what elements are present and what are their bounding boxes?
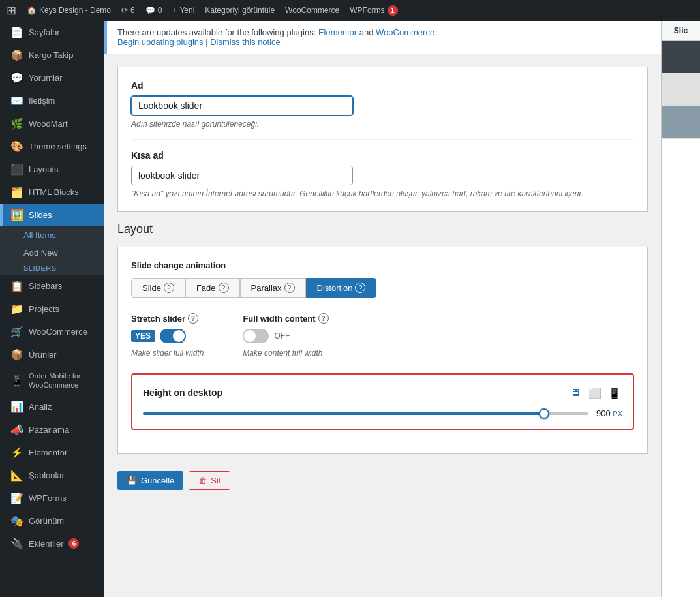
fullwidth-toggle-switch[interactable] (243, 329, 269, 343)
slider-unit: PX (613, 410, 622, 418)
sidebar-item-pazarlama[interactable]: 📣 Pazarlama (0, 418, 104, 441)
tablet-icon[interactable]: ⬜ (587, 385, 603, 401)
sidebar-item-yorumlar[interactable]: 💬 Yorumlar (0, 67, 104, 89)
slug-input[interactable] (131, 166, 353, 185)
slide-thumb-2[interactable] (662, 74, 700, 106)
submenu-add-new[interactable]: Add New (0, 244, 104, 262)
sidebar-item-woocommerce[interactable]: 🛒 WooCommerce (0, 320, 104, 343)
admin-bar-wpforms[interactable]: WPForms 1 (350, 5, 397, 16)
admin-bar-comments[interactable]: 💬 0 (145, 6, 162, 15)
parallax-help-icon[interactable]: ? (284, 283, 295, 293)
stretch-toggle-wrapper: YES (131, 329, 204, 343)
sidebar-item-order-mobile[interactable]: 📱 Order Mobile for WooCommerce (0, 366, 104, 395)
device-icons: 🖥 ⬜ 📱 (568, 385, 622, 401)
update-notice: There are updates available for the foll… (104, 21, 661, 54)
anim-btn-distortion[interactable]: Distortion ? (306, 278, 377, 298)
right-panel: Slic (661, 21, 700, 597)
stretch-help-icon[interactable]: ? (188, 313, 198, 324)
height-section: Height on desktop 🖥 ⬜ 📱 9 (131, 373, 634, 430)
slider-value: 900 PX (596, 408, 622, 418)
layout-card: Slide change animation Slide ? Fade ? Pa… (117, 247, 648, 454)
sidebar-item-iletisim[interactable]: ✉️ İletişim (0, 89, 104, 112)
admin-bar-updates[interactable]: ⟳ 6 (121, 6, 135, 15)
sidebar-item-gorunum[interactable]: 🎭 Görünüm (0, 510, 104, 532)
gorunum-icon: 🎭 (10, 515, 23, 527)
full-width-toggle-wrapper: OFF (243, 329, 328, 343)
height-header: Height on desktop 🖥 ⬜ 📱 (143, 385, 622, 401)
height-label: Height on desktop (143, 388, 222, 398)
sidebar-item-urunler[interactable]: 📦 Ürünler (0, 343, 104, 366)
sablonlar-icon: 📐 (10, 469, 23, 482)
right-panel-title: Slic (662, 21, 700, 41)
slider-thumb[interactable] (539, 408, 549, 419)
anim-btn-parallax[interactable]: Parallax ? (240, 278, 306, 298)
sidebar-item-html-blocks[interactable]: 🗂️ HTML Blocks (0, 181, 104, 204)
sidebar-item-elementor[interactable]: ⚡ Elementor (0, 441, 104, 464)
stretch-toggle-switch[interactable] (160, 329, 186, 343)
admin-bar: ⊞ 🏠 Keys Design - Demo ⟳ 6 💬 0 + Yeni Ka… (0, 0, 700, 21)
sidebar-item-slides[interactable]: 🖼️ Slides (0, 204, 104, 226)
sidebar-item-projects[interactable]: 📁 Projects (0, 298, 104, 320)
slug-hint: "Kısa ad" yazı adının İnternet adresi sü… (131, 189, 634, 198)
fullwidth-help-icon[interactable]: ? (318, 313, 329, 324)
plus-icon: + (172, 6, 177, 15)
admin-bar-site[interactable]: 🏠 Keys Design - Demo (27, 6, 111, 15)
full-width-label: Full width content ? (243, 313, 328, 324)
stretch-hint: Make slider full width (131, 348, 204, 358)
sayfalar-icon: 📄 (10, 26, 23, 38)
updates-icon: ⟳ (121, 6, 128, 15)
slide-help-icon[interactable]: ? (164, 283, 174, 293)
fullwidth-hint: Make content full width (243, 348, 328, 358)
sidebar-item-kargo[interactable]: 📦 Kargo Takip (0, 44, 104, 67)
sidebar-item-analiz[interactable]: 📊 Analiz (0, 395, 104, 418)
eklentiler-icon: 🔌 (10, 538, 23, 550)
sidebar-item-woodmart[interactable]: 🌿 WoodMart (0, 112, 104, 135)
layout-section-title: Layout (117, 222, 648, 236)
mobile-icon[interactable]: 📱 (607, 385, 622, 401)
sidebar-item-eklentiler[interactable]: 🔌 Eklentiler 6 (0, 532, 104, 555)
home-icon: 🏠 (27, 6, 37, 15)
sidebars-icon: 📋 (10, 280, 23, 292)
stretch-slider-label: Stretch slider ? (131, 313, 204, 324)
theme-settings-icon: 🎨 (10, 140, 23, 153)
main-layout: 📄 Sayfalar 📦 Kargo Takip 💬 Yorumlar ✉️ İ… (0, 21, 700, 597)
dismiss-notice-link[interactable]: Dismiss this notice (210, 37, 281, 47)
anim-btn-fade[interactable]: Fade ? (185, 278, 240, 298)
admin-bar-woocommerce[interactable]: WooCommerce (285, 6, 339, 15)
comments-icon: 💬 (145, 6, 155, 15)
wp-logo-icon[interactable]: ⊞ (7, 3, 16, 18)
fade-help-icon[interactable]: ? (219, 283, 229, 293)
yorumlar-icon: 💬 (10, 72, 23, 84)
trash-icon: 🗑 (198, 476, 207, 485)
distortion-help-icon[interactable]: ? (355, 283, 365, 293)
begin-updating-link[interactable]: Begin updating plugins (117, 37, 204, 47)
toggle-row: Stretch slider ? YES Make slider full wi… (131, 313, 634, 358)
name-card: Ad Adın sitenizde nasıl görüntüleneceği.… (117, 67, 648, 212)
content-area: Ad Adın sitenizde nasıl görüntüleneceği.… (104, 54, 661, 510)
woocommerce-link[interactable]: WooCommerce (376, 27, 434, 37)
sidebar-item-sablonlar[interactable]: 📐 Şablonlar (0, 464, 104, 487)
slider-row: 900 PX (143, 408, 622, 418)
sidebar-item-wpforms[interactable]: 📝 WPForms (0, 487, 104, 510)
delete-button[interactable]: 🗑 Sil (189, 471, 230, 490)
sidebar-item-theme-settings[interactable]: 🎨 Theme settings (0, 135, 104, 158)
submenu-all-items[interactable]: All Items (0, 226, 104, 244)
elementor-link[interactable]: Elementor (318, 27, 357, 37)
submenu-sliders-label: Sliders (0, 262, 104, 275)
sidebar-item-sidebars[interactable]: 📋 Sidebars (0, 275, 104, 298)
kargo-icon: 📦 (10, 49, 23, 61)
update-button[interactable]: 💾 Güncelle (117, 471, 183, 490)
slide-thumb-1[interactable] (662, 41, 700, 74)
sidebar-item-sayfalar[interactable]: 📄 Sayfalar (0, 21, 104, 44)
desktop-icon[interactable]: 🖥 (568, 385, 583, 401)
field-divider (131, 139, 634, 140)
admin-bar-new[interactable]: + Yeni (172, 6, 194, 15)
fullwidth-off-label: OFF (274, 331, 290, 341)
slide-thumb-3[interactable] (662, 106, 700, 139)
admin-bar-view-site[interactable]: Kategoriyi görüntüle (205, 6, 275, 15)
projects-icon: 📁 (10, 303, 23, 315)
save-icon: 💾 (127, 476, 137, 485)
anim-btn-slide[interactable]: Slide ? (131, 278, 185, 298)
name-input[interactable] (131, 96, 353, 115)
sidebar-item-layouts[interactable]: ⬛ Layouts (0, 158, 104, 181)
